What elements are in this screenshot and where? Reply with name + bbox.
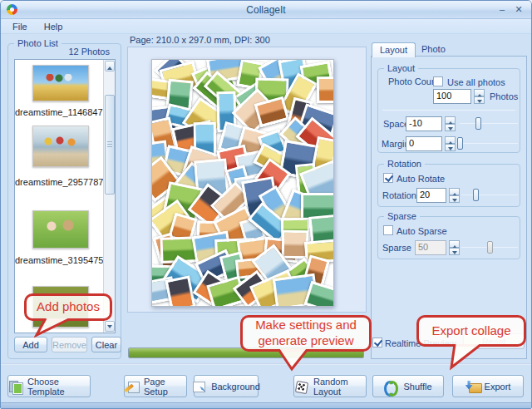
export-label: Export [485, 382, 511, 392]
callout-tail-make-settings [277, 349, 310, 372]
collageit-window: CollageIt – ✕ File Help Photo List 12 Ph… [0, 0, 532, 409]
stepper-up-icon[interactable] [474, 89, 485, 96]
sparse-slider-thumb[interactable] [487, 241, 493, 254]
photo-count-input[interactable]: 100 [433, 89, 471, 104]
divider [382, 110, 515, 111]
stepper-up-icon[interactable] [449, 240, 460, 248]
photos-suffix-label: Photos [490, 91, 518, 101]
scroll-up-icon[interactable] [105, 61, 115, 71]
callout-tail-export-collage [448, 344, 485, 371]
photo-name[interactable]: dreamstime_2957787... [15, 177, 103, 187]
margin-stepper [445, 136, 456, 151]
shuffle-button[interactable]: Shuffle [372, 375, 444, 397]
rotation-slider-thumb[interactable] [473, 189, 479, 201]
shuffle-icon [384, 380, 399, 393]
photo-thumbnail[interactable] [32, 65, 89, 101]
use-all-photos-checkbox[interactable] [433, 76, 443, 86]
random-layout-label: Random Layout [313, 377, 366, 397]
space-slider-thumb[interactable] [475, 117, 481, 130]
minimize-button[interactable]: – [495, 2, 510, 16]
photo-thumbnail[interactable] [32, 210, 89, 249]
tab-photo[interactable]: Photo [414, 42, 453, 57]
callout-add-photos: Add photos [24, 293, 112, 321]
photo-name[interactable]: dreamstime_3195475... [15, 255, 103, 265]
stepper-down-icon[interactable] [445, 144, 456, 151]
scrollbar-thumb[interactable] [105, 95, 115, 195]
margin-slider[interactable] [456, 137, 518, 150]
choose-template-button[interactable]: Choose Template [7, 375, 91, 397]
menu-bar: File Help [1, 19, 531, 34]
margin-input[interactable]: 0 [406, 136, 442, 151]
sparse-input[interactable]: 50 [415, 240, 446, 255]
export-button[interactable]: Export [452, 375, 524, 397]
tab-layout[interactable]: Layout [372, 42, 416, 57]
stepper-up-icon[interactable] [449, 188, 460, 195]
add-button-label: Add [22, 340, 39, 350]
photo-count-stepper [474, 89, 485, 104]
menu-file[interactable]: File [6, 21, 34, 32]
remove-button[interactable]: Remove [52, 337, 87, 352]
stepper-down-icon[interactable] [449, 195, 460, 203]
photo-list-scrollbar[interactable] [103, 60, 115, 333]
scroll-down-icon[interactable] [105, 321, 115, 332]
window-title: CollageIt [1, 4, 531, 16]
auto-rotate-checkbox[interactable] [383, 173, 393, 183]
title-bar: CollageIt – ✕ [1, 1, 531, 19]
background-label: Background [211, 382, 260, 392]
space-input[interactable]: -10 [406, 116, 442, 131]
sparse-slider[interactable] [461, 241, 518, 254]
space-slider[interactable] [460, 117, 518, 130]
random-layout-button[interactable]: Random Layout [293, 375, 367, 397]
dice-icon [294, 380, 309, 393]
rotation-slider[interactable] [461, 189, 518, 201]
shuffle-label: Shuffle [403, 382, 431, 392]
template-icon [8, 380, 23, 393]
collage-photo [316, 76, 334, 103]
rotation-group-title: Rotation [384, 159, 425, 169]
clear-button[interactable]: Clear [91, 337, 121, 352]
slider-track [461, 195, 518, 195]
export-icon [466, 380, 480, 393]
photo-name[interactable]: dreamstime_1146847... [15, 107, 103, 117]
photo-count-badge: 12 Photos [68, 47, 110, 57]
rotation-input[interactable]: 20 [416, 188, 446, 203]
clear-button-label: Clear [96, 340, 117, 350]
page-setup-label: Page Setup [144, 377, 186, 397]
photo-count-label: Photo Count [388, 76, 439, 86]
use-all-photos-label: Use all photos [447, 77, 505, 87]
realtime-preview-checkbox[interactable] [372, 338, 382, 347]
photo-list-title: Photo List [14, 38, 62, 48]
preview-panel [127, 47, 367, 313]
rotation-label: Rotation [382, 190, 416, 200]
close-button[interactable]: ✕ [511, 2, 526, 16]
collage-page [151, 59, 334, 307]
sparse-group-title: Sparse [384, 211, 420, 221]
callout-text: Add photos [37, 299, 100, 315]
auto-sparse-checkbox[interactable] [383, 225, 393, 235]
callout-text: Make settings and generate preview [243, 318, 369, 349]
callout-export-collage: Export collage [416, 315, 526, 347]
margin-slider-thumb[interactable] [457, 137, 463, 150]
sparse-label: Sparse [382, 243, 411, 253]
menu-help[interactable]: Help [37, 21, 70, 32]
choose-template-label: Choose Template [27, 377, 90, 397]
page-setup-icon [125, 380, 140, 393]
page-info: Page: 210.0 x 297.0 mm, DPI: 300 [130, 35, 270, 45]
callout-make-settings: Make settings and generate preview [240, 315, 372, 352]
callout-tail-add-photos [34, 318, 74, 338]
photo-thumbnail[interactable] [32, 126, 89, 167]
stepper-down-icon[interactable] [449, 248, 460, 255]
stepper-up-icon[interactable] [445, 116, 456, 124]
background-icon [192, 380, 207, 393]
window-bottom-edge [1, 402, 531, 408]
background-button[interactable]: Background [194, 375, 259, 397]
stepper-down-icon[interactable] [445, 124, 456, 131]
stepper-up-icon[interactable] [445, 136, 456, 144]
stepper-down-icon[interactable] [474, 96, 485, 104]
add-button[interactable]: Add [14, 337, 47, 352]
callout-text: Export collage [431, 323, 510, 339]
space-stepper [445, 116, 456, 131]
photo-list: dreamstime_1146847... dreamstime_2957787… [14, 59, 116, 333]
remove-button-label: Remove [52, 340, 86, 350]
page-setup-button[interactable]: Page Setup [124, 375, 187, 397]
